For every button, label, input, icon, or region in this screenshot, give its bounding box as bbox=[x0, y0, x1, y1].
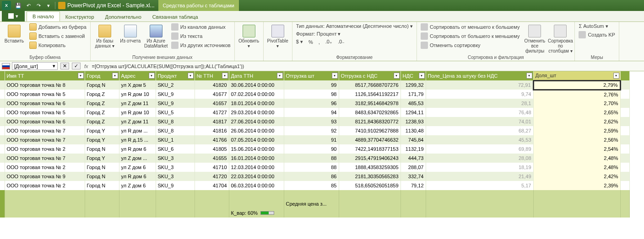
table-row[interactable]: ООО торговая точка № 7Город Yул Z дом ..… bbox=[0, 154, 629, 163]
format-dropdown[interactable]: Формат: Процент ▾ bbox=[295, 31, 414, 37]
tab-advanced[interactable]: Дополнительно bbox=[100, 12, 147, 21]
measure-cell[interactable] bbox=[156, 199, 195, 208]
cell[interactable]: ООО торговая точка № 2 bbox=[5, 163, 85, 172]
fx-icon[interactable]: fx bbox=[84, 64, 88, 69]
cell[interactable]: 76,48 bbox=[426, 108, 533, 117]
cell[interactable]: ул Z дом 6 bbox=[119, 181, 156, 190]
cell[interactable]: Город N bbox=[85, 181, 119, 190]
cell[interactable]: 12.03.2014 0:00:00 bbox=[229, 163, 284, 172]
cell[interactable]: ООО торговая точка № 9 bbox=[5, 172, 85, 181]
cell[interactable]: ООО торговая точка № 5 bbox=[5, 108, 85, 117]
cell[interactable]: 41710 bbox=[195, 163, 229, 172]
increase-decimal-button[interactable]: .0₊ bbox=[325, 38, 333, 45]
cell[interactable]: 41805 bbox=[195, 144, 229, 154]
cell[interactable]: 1294,11 bbox=[400, 108, 426, 117]
cell[interactable]: 41817 bbox=[195, 117, 229, 126]
tab-linked-table[interactable]: Связанная таблица bbox=[147, 12, 204, 21]
from-other-button[interactable]: Из других источников bbox=[170, 41, 232, 49]
from-text-button[interactable]: Из текста bbox=[170, 32, 232, 40]
measure-cell[interactable] bbox=[195, 208, 229, 218]
filter-dropdown-icon[interactable]: ▾ bbox=[112, 73, 118, 79]
cell[interactable]: 41720 bbox=[195, 172, 229, 181]
create-kpi-button[interactable]: Создать KP bbox=[578, 31, 616, 39]
measure-cell[interactable] bbox=[5, 199, 85, 208]
cell[interactable]: 9,74 bbox=[426, 90, 533, 99]
cell[interactable]: ООО торговая точка № 8 bbox=[5, 80, 85, 90]
measure-cell[interactable] bbox=[195, 190, 229, 199]
formula-confirm-button[interactable]: ✓ bbox=[72, 63, 81, 69]
from-feed-button[interactable]: Из каналов данных bbox=[170, 23, 232, 31]
filter-dropdown-icon[interactable]: ▾ bbox=[149, 73, 155, 79]
column-header[interactable]: Город▾ bbox=[85, 71, 119, 80]
paste-replace-button[interactable]: Вставить с заменой bbox=[28, 32, 87, 40]
cell[interactable]: ул Z дом ... bbox=[119, 154, 156, 163]
column-header[interactable]: Продукт▾ bbox=[156, 71, 195, 80]
cell[interactable]: 45,53 bbox=[426, 135, 533, 144]
table-row[interactable]: ООО торговая точка № 6Город Zул Z дом 11… bbox=[0, 99, 629, 108]
measure-cell[interactable] bbox=[284, 190, 339, 199]
cell[interactable]: 485,53 bbox=[400, 99, 426, 108]
measure-cell[interactable] bbox=[85, 190, 119, 199]
cell[interactable]: 28,1 bbox=[426, 99, 533, 108]
cell[interactable]: 88 bbox=[284, 163, 339, 172]
cell[interactable]: 85 bbox=[284, 181, 339, 190]
cell[interactable]: 72,91 bbox=[426, 80, 533, 90]
cell[interactable]: 28,08 bbox=[426, 154, 533, 163]
measure-cell[interactable] bbox=[195, 199, 229, 208]
measure-cell[interactable] bbox=[400, 190, 426, 199]
measure-cell[interactable]: Средняя цена з... bbox=[284, 199, 339, 208]
redo-icon[interactable]: ↷ bbox=[35, 2, 42, 9]
cell[interactable]: ООО торговая точка № 2 bbox=[5, 144, 85, 154]
cell[interactable]: 21,49 bbox=[426, 172, 533, 181]
table-row[interactable]: ООО торговая точка № 9Город Nул R дом 6S… bbox=[0, 172, 629, 181]
cell[interactable]: 8483,63470292865 bbox=[339, 108, 400, 117]
sort-asc-button[interactable]: Сортировать от меньшего к большему bbox=[420, 23, 520, 31]
name-box[interactable]: [Доля_шт]▾ bbox=[12, 62, 58, 70]
table-row[interactable]: ООО торговая точка № 5Город Zул R дом 10… bbox=[0, 108, 629, 117]
pivottable-button[interactable]: PivotTable ▾ bbox=[266, 23, 289, 48]
cell[interactable]: 2,42% bbox=[533, 172, 620, 181]
cell[interactable]: 94 bbox=[284, 108, 339, 117]
table-row[interactable]: ООО торговая точка № 5Город Zул R дом 10… bbox=[0, 90, 629, 99]
filter-dropdown-icon[interactable]: ▾ bbox=[222, 73, 228, 79]
cell[interactable]: 41727 bbox=[195, 108, 229, 117]
cell[interactable]: 27.06.2014 0:00:00 bbox=[229, 117, 284, 126]
table-row[interactable]: ООО торговая точка № 7Город Yул R д.15 .… bbox=[0, 135, 629, 144]
cell[interactable]: 332,74 bbox=[400, 172, 426, 181]
measure-cell[interactable] bbox=[5, 190, 85, 199]
filter-dropdown-icon[interactable]: ▾ bbox=[613, 73, 619, 79]
cell[interactable]: 15.06.2014 0:00:00 bbox=[229, 144, 284, 154]
cell[interactable]: 1238,93 bbox=[400, 117, 426, 126]
measure-cell[interactable] bbox=[533, 190, 620, 199]
cell[interactable]: 16.01.2014 0:00:00 bbox=[229, 154, 284, 163]
formula-cancel-button[interactable]: ✕ bbox=[60, 63, 69, 69]
cell[interactable]: ул R дом 6 bbox=[119, 172, 156, 181]
cell[interactable]: Город Z bbox=[85, 90, 119, 99]
column-header[interactable]: Поле_Цена за штуку без НДС▾ bbox=[426, 71, 533, 80]
cell[interactable]: ул R дом 10 bbox=[119, 108, 156, 117]
cell[interactable]: 18,19 bbox=[426, 163, 533, 172]
add-from-buffer-button[interactable]: Добавить из буфера bbox=[28, 23, 87, 31]
cell[interactable]: SKU_9 bbox=[156, 90, 195, 99]
cell[interactable]: 2,70% bbox=[533, 99, 620, 108]
cell[interactable]: 1130,48 bbox=[400, 126, 426, 135]
cell[interactable]: 2,76% bbox=[533, 90, 620, 99]
column-header[interactable]: Имя ТТ▾ bbox=[5, 71, 85, 80]
cell[interactable]: ул Z дом 11 bbox=[119, 99, 156, 108]
cell[interactable]: SKU_3 bbox=[156, 172, 195, 181]
cell[interactable]: 2,59% bbox=[533, 126, 620, 135]
measure-cell[interactable] bbox=[533, 208, 620, 218]
autosum-button[interactable]: Σ AutoSum ▾ bbox=[578, 23, 616, 30]
cell[interactable]: 3182,95146842978 bbox=[339, 99, 400, 108]
paste-button[interactable]: Вставить bbox=[3, 23, 26, 43]
cell[interactable]: ул Z дом 11 bbox=[119, 117, 156, 126]
copy-button[interactable]: Копировать bbox=[28, 41, 87, 49]
currency-button[interactable]: $ ▾ bbox=[295, 38, 304, 45]
cell[interactable]: 98 bbox=[284, 90, 339, 99]
cell[interactable]: 90 bbox=[284, 144, 339, 154]
measure-cell[interactable] bbox=[85, 199, 119, 208]
cell[interactable]: 06.03.2014 0:00:00 bbox=[229, 181, 284, 190]
column-header[interactable]: Отгрузка с НДС▾ bbox=[339, 71, 400, 80]
cell[interactable]: SKU_3 bbox=[156, 163, 195, 172]
cell[interactable]: ООО торговая точка № 6 bbox=[5, 99, 85, 108]
